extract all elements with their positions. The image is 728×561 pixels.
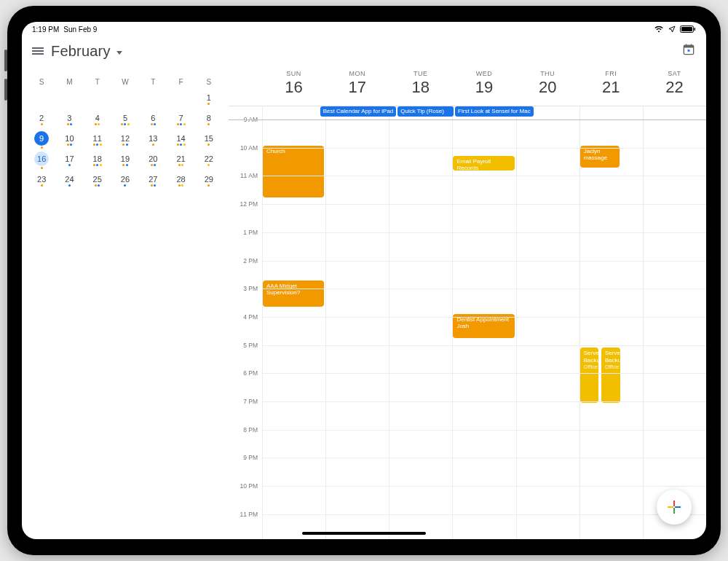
day-header[interactable]: FRI21 xyxy=(579,66,643,106)
svg-rect-4 xyxy=(684,45,693,47)
time-label: 8 PM xyxy=(243,426,258,434)
mini-day[interactable]: 22 xyxy=(195,150,223,170)
day-header[interactable]: THU20 xyxy=(516,66,579,106)
dow-label: FRI xyxy=(579,70,643,77)
mini-day[interactable]: 9 xyxy=(28,130,55,150)
mini-day xyxy=(28,89,55,109)
tablet-frame: 1:19 PM Sun Feb 9 February xyxy=(7,6,721,555)
day-column[interactable]: Email Payroll RecordsDentist Appointment… xyxy=(452,106,515,539)
day-header[interactable]: WED19 xyxy=(452,66,515,106)
mini-day[interactable]: 6 xyxy=(139,109,167,130)
mini-day[interactable]: 11 xyxy=(84,130,111,150)
mini-day[interactable]: 20 xyxy=(139,150,167,170)
calendar-event[interactable]: Church xyxy=(263,146,324,198)
mini-day[interactable]: 16 xyxy=(28,150,55,170)
dow-label: TUE xyxy=(389,70,452,77)
day-column[interactable]: ChurchAAA Midget Supervision? xyxy=(262,106,325,539)
mini-day[interactable]: 1 xyxy=(195,89,223,109)
dow-label: WED xyxy=(452,70,515,77)
mini-day[interactable]: 8 xyxy=(195,109,223,130)
time-label: 11 AM xyxy=(240,172,258,179)
svg-rect-10 xyxy=(673,508,675,514)
day-column[interactable] xyxy=(516,106,579,539)
calendar-event[interactable]: Server BackupOffice xyxy=(580,348,599,402)
battery-icon xyxy=(680,26,696,33)
mini-day[interactable]: 12 xyxy=(111,130,139,150)
calendar-today-icon xyxy=(681,42,696,57)
day-column[interactable]: Jaclyn massageServer BackupOfficeServer … xyxy=(579,106,643,539)
mini-day xyxy=(111,89,139,109)
today-button[interactable] xyxy=(681,42,696,60)
menu-button[interactable] xyxy=(32,46,44,56)
svg-rect-9 xyxy=(675,506,681,508)
mini-day[interactable]: 27 xyxy=(139,170,167,191)
day-header[interactable]: SUN16 xyxy=(262,66,325,106)
mini-dow: S xyxy=(195,74,223,89)
day-column[interactable] xyxy=(643,106,706,539)
mini-day[interactable]: 4 xyxy=(84,109,111,130)
mini-day[interactable]: 13 xyxy=(139,130,167,150)
allday-event[interactable]: First Look at Sensei for Mac xyxy=(455,106,534,117)
volume-down-button[interactable] xyxy=(4,79,7,101)
mini-day xyxy=(84,89,111,109)
mini-day[interactable]: 14 xyxy=(167,130,194,150)
mini-day[interactable]: 7 xyxy=(167,109,194,130)
volume-up-button[interactable] xyxy=(4,50,7,71)
svg-rect-2 xyxy=(695,28,696,31)
mini-day xyxy=(167,89,194,109)
screen: 1:19 PM Sun Feb 9 February xyxy=(22,22,706,539)
create-event-button[interactable] xyxy=(657,490,692,525)
mini-day[interactable]: 3 xyxy=(55,109,83,130)
calendar-event[interactable]: Jaclyn massage xyxy=(580,146,620,168)
allday-event[interactable]: Quick Tip (Rose) xyxy=(397,106,454,117)
ios-status-bar: 1:19 PM Sun Feb 9 xyxy=(22,22,706,36)
mini-day[interactable]: 19 xyxy=(111,150,139,170)
mini-day xyxy=(55,89,83,109)
svg-rect-1 xyxy=(681,27,692,31)
mini-day[interactable]: 24 xyxy=(55,170,83,191)
time-label: 10 AM xyxy=(240,144,258,152)
mini-dow: F xyxy=(167,74,194,89)
calendar-event[interactable]: AAA Midget Supervision? xyxy=(263,280,324,307)
app-header: February xyxy=(22,36,706,66)
mini-day[interactable]: 18 xyxy=(84,150,111,170)
mini-day[interactable]: 21 xyxy=(167,150,194,170)
mini-day[interactable]: 5 xyxy=(111,109,139,130)
dow-label: SAT xyxy=(643,70,706,77)
day-column[interactable] xyxy=(325,106,389,539)
mini-day[interactable]: 2 xyxy=(28,109,55,130)
mini-day[interactable]: 29 xyxy=(195,170,223,191)
allday-event[interactable]: Best Calendar App for iPad xyxy=(320,106,397,117)
status-date: Sun Feb 9 xyxy=(63,26,97,34)
mini-day[interactable]: 23 xyxy=(28,170,55,191)
day-column[interactable] xyxy=(389,106,452,539)
dow-label: SUN xyxy=(262,70,325,77)
calendar-event[interactable]: Server BackupOffice xyxy=(601,348,620,402)
mini-dow: S xyxy=(28,74,55,89)
svg-rect-5 xyxy=(686,44,687,47)
week-view[interactable]: SUN16MON17TUE18WED19THU20FRI21SAT22 9 AM… xyxy=(229,66,706,539)
mini-dow: T xyxy=(139,74,167,89)
day-number: 18 xyxy=(389,78,452,97)
mini-day[interactable]: 26 xyxy=(111,170,139,191)
mini-day[interactable]: 25 xyxy=(84,170,111,191)
mini-day[interactable]: 15 xyxy=(195,130,223,150)
day-number: 21 xyxy=(579,78,643,97)
day-header[interactable]: TUE18 xyxy=(389,66,452,106)
time-grid[interactable]: 9 AM10 AM11 AM12 PM1 PM2 PM3 PM4 PM5 PM6… xyxy=(229,106,706,539)
calendar-event[interactable]: Dentist Appointment Josh xyxy=(453,314,514,338)
time-label: 12 PM xyxy=(240,200,258,208)
month-picker[interactable]: February xyxy=(51,43,122,60)
mini-day[interactable]: 28 xyxy=(167,170,194,191)
plus-icon xyxy=(666,499,682,515)
day-header[interactable]: MON17 xyxy=(325,66,389,106)
mini-day[interactable]: 10 xyxy=(55,130,83,150)
calendar-event[interactable]: Email Payroll Records xyxy=(453,156,514,170)
dow-label: MON xyxy=(325,70,389,77)
day-number: 17 xyxy=(325,78,389,97)
chevron-down-icon xyxy=(116,51,122,55)
mini-calendar: SMTWTFS 12345678910111213141516171819202… xyxy=(22,66,229,539)
day-header[interactable]: SAT22 xyxy=(643,66,706,106)
home-indicator[interactable] xyxy=(302,532,426,535)
mini-day[interactable]: 17 xyxy=(55,150,83,170)
